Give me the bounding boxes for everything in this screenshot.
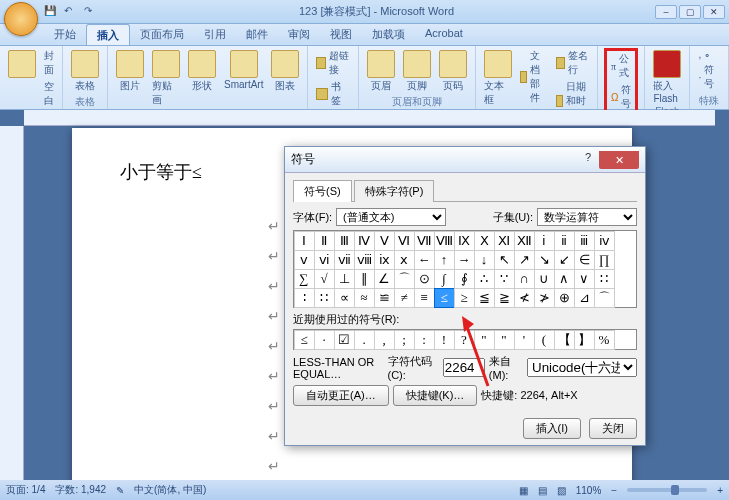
cancel-button[interactable]: 关闭 bbox=[589, 418, 637, 439]
symbol-cell[interactable]: ← bbox=[414, 250, 435, 270]
symbol-cell[interactable]: ↖ bbox=[494, 250, 515, 270]
symbol-cell[interactable]: ≯ bbox=[534, 288, 555, 308]
dialog-close-button[interactable]: ✕ bbox=[599, 151, 639, 169]
tab-view[interactable]: 视图 bbox=[320, 24, 362, 45]
status-words[interactable]: 字数: 1,942 bbox=[55, 483, 106, 497]
tab-addins[interactable]: 加载项 bbox=[362, 24, 415, 45]
symbol-cell[interactable]: ⅶ bbox=[334, 250, 355, 270]
symbol-cell[interactable]: ≮ bbox=[514, 288, 535, 308]
symbol-cell[interactable]: ≦ bbox=[474, 288, 495, 308]
symbol-cell[interactable]: ≤ bbox=[434, 288, 455, 308]
symbol-cell[interactable]: Ⅱ bbox=[314, 231, 335, 251]
symbol-cell[interactable]: Ⅲ bbox=[334, 231, 355, 251]
dialog-titlebar[interactable]: 符号 ? ✕ bbox=[285, 147, 645, 173]
zoom-out-button[interactable]: − bbox=[611, 485, 617, 496]
equation-button[interactable]: π 公式 bbox=[609, 51, 633, 81]
symbol-cell[interactable]: √ bbox=[314, 269, 335, 289]
recent-symbol-cell[interactable]: ! bbox=[434, 330, 455, 350]
flash-button[interactable]: 嵌入Flash bbox=[651, 48, 683, 106]
dialog-help-button[interactable]: ? bbox=[577, 151, 599, 169]
symbol-cell[interactable]: ⊕ bbox=[554, 288, 575, 308]
symbol-cell[interactable]: ↓ bbox=[474, 250, 495, 270]
header-button[interactable]: 页眉 bbox=[365, 48, 397, 95]
smartart-button[interactable]: SmartArt bbox=[222, 48, 265, 92]
symbol-cell[interactable]: ⊥ bbox=[334, 269, 355, 289]
symbol-cell[interactable]: Ⅺ bbox=[494, 231, 515, 251]
symbol-cell[interactable]: ≧ bbox=[494, 288, 515, 308]
symbol-cell[interactable]: Ⅸ bbox=[454, 231, 475, 251]
tab-mailings[interactable]: 邮件 bbox=[236, 24, 278, 45]
symbol-cell[interactable]: Ⅴ bbox=[374, 231, 395, 251]
footer-button[interactable]: 页脚 bbox=[401, 48, 433, 95]
zoom-in-button[interactable]: + bbox=[717, 485, 723, 496]
symbol-cell[interactable]: → bbox=[454, 250, 475, 270]
symbol-cell[interactable]: ≌ bbox=[374, 288, 395, 308]
view-web-icon[interactable]: ▧ bbox=[557, 485, 566, 496]
symbol-cell[interactable]: ∈ bbox=[574, 250, 595, 270]
symbol-cell[interactable]: ⅸ bbox=[374, 250, 395, 270]
symbol-cell[interactable]: Ⅻ bbox=[514, 231, 535, 251]
symbol-cell[interactable]: ≥ bbox=[454, 288, 475, 308]
vertical-ruler[interactable] bbox=[0, 126, 24, 480]
symbol-cell[interactable]: ∫ bbox=[434, 269, 455, 289]
symbol-cell[interactable]: ∵ bbox=[494, 269, 515, 289]
symbol-button[interactable]: Ω 符号 bbox=[609, 82, 633, 112]
dialog-tab-symbols[interactable]: 符号(S) bbox=[293, 180, 352, 202]
recent-symbol-cell[interactable]: ' bbox=[514, 330, 535, 350]
code-input[interactable] bbox=[443, 358, 485, 377]
font-select[interactable]: (普通文本) bbox=[336, 208, 446, 226]
symbol-cell[interactable]: ∠ bbox=[374, 269, 395, 289]
symbol-cell[interactable]: ⅷ bbox=[354, 250, 375, 270]
symbol-cell[interactable]: ≠ bbox=[394, 288, 415, 308]
symbol-cell[interactable]: Ⅳ bbox=[354, 231, 375, 251]
symbol-cell[interactable]: ⌒ bbox=[594, 288, 615, 308]
tab-review[interactable]: 审阅 bbox=[278, 24, 320, 45]
symbol-cell[interactable]: ⊙ bbox=[414, 269, 435, 289]
symbol-cell[interactable]: Ⅹ bbox=[474, 231, 495, 251]
zoom-level[interactable]: 110% bbox=[576, 485, 602, 496]
autocorrect-button[interactable]: 自动更正(A)… bbox=[293, 385, 389, 406]
symbol-cell[interactable]: ∮ bbox=[454, 269, 475, 289]
symbol-cell[interactable]: ⅱ bbox=[554, 231, 575, 251]
recent-symbol-cell[interactable]: % bbox=[594, 330, 615, 350]
horizontal-ruler[interactable] bbox=[24, 110, 715, 126]
symbol-cell[interactable]: ⊿ bbox=[574, 288, 595, 308]
symbol-cell[interactable]: ↙ bbox=[554, 250, 575, 270]
recent-symbol-cell[interactable]: , bbox=[374, 330, 395, 350]
symbol-cell[interactable]: ≈ bbox=[354, 288, 375, 308]
symbol-cell[interactable]: ⅹ bbox=[394, 250, 415, 270]
symbol-cell[interactable]: ∪ bbox=[534, 269, 555, 289]
symbol-cell[interactable]: Ⅶ bbox=[414, 231, 435, 251]
symbol-cell[interactable]: ⅳ bbox=[594, 231, 615, 251]
tab-layout[interactable]: 页面布局 bbox=[130, 24, 194, 45]
chart-button[interactable]: 图表 bbox=[269, 48, 301, 95]
recent-symbol-cell[interactable]: ; bbox=[394, 330, 415, 350]
shortcut-button[interactable]: 快捷键(K)… bbox=[393, 385, 478, 406]
clipart-button[interactable]: 剪贴画 bbox=[150, 48, 182, 109]
symbol-cell[interactable]: ⅴ bbox=[294, 250, 315, 270]
signature-button[interactable]: 签名行 bbox=[554, 48, 591, 78]
recent-symbol-cell[interactable]: " bbox=[494, 330, 515, 350]
dialog-tab-special[interactable]: 特殊字符(P) bbox=[354, 180, 435, 202]
recent-symbol-cell[interactable]: 【 bbox=[554, 330, 575, 350]
recent-symbol-cell[interactable]: : bbox=[414, 330, 435, 350]
cover-label[interactable]: 封面 bbox=[42, 48, 56, 78]
tab-acrobat[interactable]: Acrobat bbox=[415, 24, 473, 45]
status-page[interactable]: 页面: 1/4 bbox=[6, 483, 45, 497]
recent-symbol-cell[interactable]: · bbox=[314, 330, 335, 350]
symbol-cell[interactable]: ∝ bbox=[334, 288, 355, 308]
insert-button[interactable]: 插入(I) bbox=[523, 418, 581, 439]
table-button[interactable]: 表格 bbox=[69, 48, 101, 95]
symbol-cell[interactable]: ↑ bbox=[434, 250, 455, 270]
office-button[interactable] bbox=[4, 2, 38, 36]
symbol-cell[interactable]: ⅰ bbox=[534, 231, 555, 251]
cover-page-button[interactable] bbox=[6, 48, 38, 80]
recent-symbol-cell[interactable]: 】 bbox=[574, 330, 595, 350]
symbol-cell[interactable]: ≡ bbox=[414, 288, 435, 308]
shapes-button[interactable]: 形状 bbox=[186, 48, 218, 95]
hyperlink-button[interactable]: 超链接 bbox=[314, 48, 352, 78]
status-spellcheck-icon[interactable]: ✎ bbox=[116, 485, 124, 496]
symbol-cell[interactable]: ∴ bbox=[474, 269, 495, 289]
view-read-icon[interactable]: ▤ bbox=[538, 485, 547, 496]
recent-symbol-cell[interactable]: ( bbox=[534, 330, 555, 350]
